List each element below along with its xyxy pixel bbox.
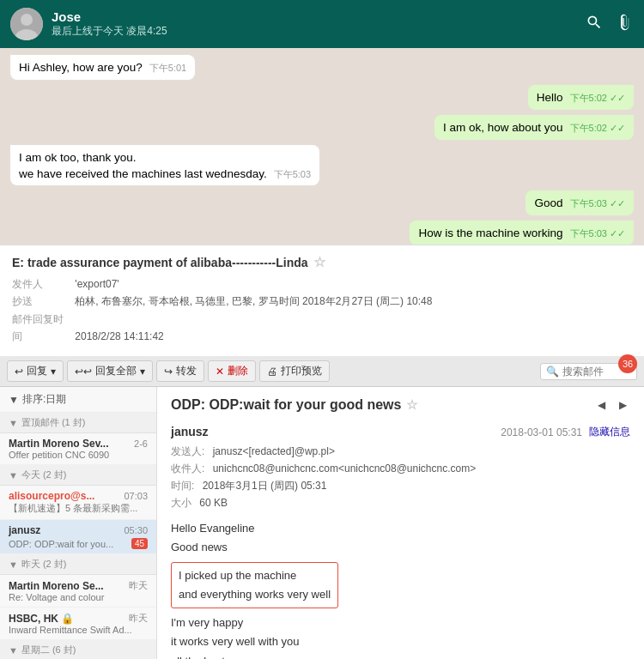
contact-info: Jose 最后上线于今天 凌晨4:25 bbox=[52, 9, 577, 39]
chevron-down-icon: ▼ bbox=[9, 645, 18, 656]
sidebar-group-today: ▼ 今天 (2 封) bbox=[0, 465, 156, 486]
email-actions: ◀ ▶ bbox=[594, 397, 630, 413]
highlight-line2: and everything works very well bbox=[179, 585, 331, 604]
from-display: janusz<[redacted]@wp.pl> bbox=[213, 445, 335, 457]
message-text: I am ok too, thank you.we have received … bbox=[19, 151, 267, 180]
sort-header[interactable]: ▼ 排序:日期 bbox=[0, 387, 156, 413]
message-text: Good bbox=[534, 196, 562, 209]
print-icon: 🖨 bbox=[267, 366, 277, 378]
forward-button[interactable]: ↪ 转发 bbox=[156, 360, 204, 382]
forward-icon: ↪ bbox=[164, 366, 173, 378]
message-time: 下午5:03 bbox=[274, 168, 311, 181]
message-row: Good 下午5:03 ✓✓ bbox=[10, 190, 634, 215]
to-value: 柏林, 布鲁塞尔, 哥本哈根, 马德里, 巴黎, 罗马时间 2018年2月27日… bbox=[75, 295, 432, 307]
body-line2: I'm very happy bbox=[171, 614, 630, 632]
highlight-box: I picked up the machine and everything w… bbox=[171, 562, 338, 608]
message-time: 下午5:03 ✓✓ bbox=[570, 197, 625, 210]
email-body-layout: ▼ 排序:日期 ▼ 置顶邮件 (1 封) Martin Moreno Sev..… bbox=[0, 387, 644, 659]
sidebar-item[interactable]: alisourcepro@s... 07:03 【新机速递】5 条最新采购需..… bbox=[0, 486, 156, 520]
attachment-icon[interactable] bbox=[617, 14, 634, 34]
reply-all-button[interactable]: ↩↩ 回复全部 ▾ bbox=[67, 360, 153, 382]
search-icon: 🔍 bbox=[546, 366, 559, 378]
header-icons bbox=[586, 14, 634, 34]
email-to-row: 抄送 柏林, 布鲁塞尔, 哥本哈根, 马德里, 巴黎, 罗马时间 2018年2月… bbox=[12, 293, 632, 310]
email-content: Hello Evangeline Good news I picked up t… bbox=[171, 519, 630, 659]
message-text: How is the machine working bbox=[418, 227, 562, 239]
detail-to-row: 收件人: unichcnc08@unichcnc.com<unichcnc08@… bbox=[171, 462, 630, 476]
sidebar-item[interactable]: Martin Moreno Sev... 2-6 Offer petition … bbox=[0, 433, 156, 465]
email-sender-row: janusz 2018-03-01 05:31 隐藏信息 bbox=[171, 425, 630, 439]
reply-all-icon: ↩↩ bbox=[75, 366, 92, 378]
email-toolbar: ↩ 回复 ▾ ↩↩ 回复全部 ▾ ↪ 转发 ✕ 删除 🖨 打印预览 🔍 36 bbox=[0, 356, 644, 387]
prev-email-button[interactable]: ◀ bbox=[594, 397, 609, 413]
email-subject: E: trade assurance payment of alibaba---… bbox=[12, 256, 308, 269]
message-time: 下午5:03 ✓✓ bbox=[570, 227, 625, 240]
whatsapp-header: Jose 最后上线于今天 凌晨4:25 bbox=[0, 0, 644, 48]
star-icon[interactable]: ☆ bbox=[406, 397, 417, 413]
next-email-button[interactable]: ▶ bbox=[616, 397, 630, 413]
message-row: I am ok too, thank you.we have received … bbox=[10, 145, 634, 186]
message-row: I am ok, how about you 下午5:02 ✓✓ bbox=[10, 115, 634, 140]
from-value: 'export07' bbox=[75, 278, 118, 290]
message-text: I am ok, how about you bbox=[443, 121, 563, 134]
search-icon[interactable] bbox=[586, 14, 603, 34]
size-value: 60 KB bbox=[199, 497, 228, 509]
chevron-down-icon: ▼ bbox=[9, 470, 18, 481]
to-value: unichcnc08@unichcnc.com<unichcnc08@unich… bbox=[213, 463, 477, 475]
message-time: 下午5:02 ✓✓ bbox=[570, 122, 625, 135]
email-meta: 发件人 'export07' 抄送 柏林, 布鲁塞尔, 哥本哈根, 马德里, 巴… bbox=[12, 275, 632, 346]
bubble-sent: Good 下午5:03 ✓✓ bbox=[526, 190, 634, 215]
chevron-down-icon: ▾ bbox=[140, 366, 145, 378]
email-subject-bar: E: trade assurance payment of alibaba---… bbox=[12, 254, 632, 270]
greeting: Hello Evangeline bbox=[171, 519, 630, 538]
bubble-received: Hi Ashley, how are you? 下午5:01 bbox=[10, 55, 195, 80]
chevron-down-icon: ▼ bbox=[9, 559, 18, 570]
detail-size-row: 大小 60 KB bbox=[171, 496, 630, 511]
message-text: Hi Ashley, how are you? bbox=[19, 61, 143, 74]
from-label: 发件人 bbox=[12, 275, 72, 293]
delete-button[interactable]: ✕ 删除 bbox=[208, 360, 256, 382]
bubble-received: I am ok too, thank you.we have received … bbox=[10, 145, 319, 186]
message-row: Hello 下午5:02 ✓✓ bbox=[10, 85, 634, 110]
time-value: 2018年3月1日 (周四) 05:31 bbox=[203, 480, 327, 492]
chevron-down-icon: ▾ bbox=[51, 366, 56, 378]
chevron-down-icon: ▼ bbox=[9, 418, 18, 428]
body-line1: Good news bbox=[171, 538, 630, 557]
bubble-sent: How is the machine working 下午5:03 ✓✓ bbox=[410, 221, 634, 245]
print-button[interactable]: 🖨 打印预览 bbox=[259, 360, 330, 382]
email-received-row: 邮件回复时间 2018/2/28 14:11:42 bbox=[12, 311, 632, 346]
sidebar-group-yesterday: ▼ 昨天 (2 封) bbox=[0, 554, 156, 575]
star-icon[interactable]: ☆ bbox=[313, 254, 325, 270]
bubble-sent: Hello 下午5:02 ✓✓ bbox=[528, 85, 634, 110]
received-label: 邮件回复时间 bbox=[12, 311, 72, 346]
message-text: Hello bbox=[537, 91, 563, 104]
body-line3: it works very well with you bbox=[171, 632, 630, 651]
sidebar-item[interactable]: HSBC, HK 🔒 昨天 Inward Remittance Swift Ad… bbox=[0, 608, 156, 640]
chevron-down-icon: ▼ bbox=[9, 394, 19, 406]
reply-button[interactable]: ↩ 回复 ▾ bbox=[7, 360, 64, 382]
email-date: 2018-03-01 05:31 bbox=[501, 426, 582, 438]
email-from-row: 发件人 'export07' bbox=[12, 275, 632, 293]
bubble-sent: I am ok, how about you 下午5:02 ✓✓ bbox=[434, 115, 634, 140]
highlight-line1: I picked up the machine bbox=[179, 566, 331, 585]
email-main-view: ODP: ODP:wait for your good news ☆ ◀ ▶ j… bbox=[157, 387, 644, 659]
svg-point-1 bbox=[21, 14, 33, 26]
chat-body: Hi Ashley, how are you? 下午5:01 Hello 下午5… bbox=[0, 48, 644, 245]
main-subject: ODP: ODP:wait for your good news ☆ bbox=[171, 397, 417, 413]
message-time: 下午5:02 ✓✓ bbox=[570, 92, 625, 105]
sidebar-group-tuesday: ▼ 星期二 (6 封) bbox=[0, 640, 156, 659]
detail-time-row: 时间: 2018年3月1日 (周四) 05:31 bbox=[171, 479, 630, 493]
hide-info-link[interactable]: 隐藏信息 bbox=[589, 425, 630, 439]
email-sidebar: ▼ 排序:日期 ▼ 置顶邮件 (1 封) Martin Moreno Sev..… bbox=[0, 387, 157, 659]
body-line5: all the best bbox=[171, 652, 630, 659]
detail-from-row: 发送人: janusz<[redacted]@wp.pl> bbox=[171, 444, 630, 459]
avatar bbox=[10, 8, 43, 40]
delete-icon: ✕ bbox=[216, 366, 224, 378]
sidebar-group-pinned: ▼ 置顶邮件 (1 封) bbox=[0, 413, 156, 433]
sidebar-item[interactable]: Martin Moreno Se... 昨天 Re: Voltage and c… bbox=[0, 575, 156, 608]
unread-badge: 36 bbox=[618, 354, 637, 373]
message-row: Hi Ashley, how are you? 下午5:01 bbox=[10, 55, 634, 80]
contact-status: 最后上线于今天 凌晨4:25 bbox=[52, 24, 577, 39]
sidebar-item-active[interactable]: janusz 05:30 ODP: ODP:wait for you... 45 bbox=[0, 520, 156, 554]
whatsapp-panel: Jose 最后上线于今天 凌晨4:25 Hi Ashley, how are y… bbox=[0, 0, 644, 245]
